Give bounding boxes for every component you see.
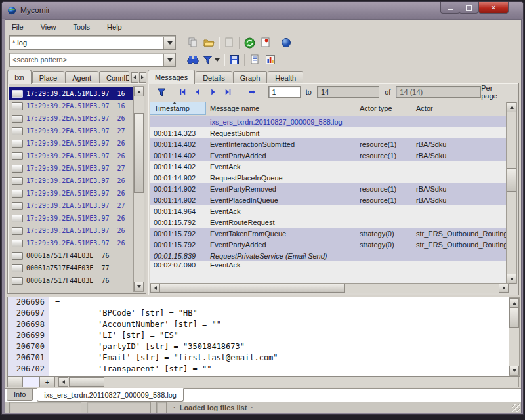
font-larger-button[interactable]: + [39, 377, 55, 387]
table-row-clipped[interactable]: 00:02:07.090EventAck [150, 261, 508, 267]
find-button[interactable] [185, 52, 201, 67]
page-from-field[interactable]: 1 [268, 86, 301, 98]
list-item[interactable]: 17:29:39.2EA.51ME3.97 27 [9, 125, 133, 137]
list-item[interactable]: 17:29:39.2EA.51ME3.97 26 [9, 237, 133, 249]
table-row[interactable]: 00:01:15.792EventPartyAddedstrategy(0)st… [150, 239, 508, 250]
table-row[interactable]: 00:01:14.964EventAck [150, 205, 508, 217]
search-pattern-combobox[interactable]: <search pattern> [9, 52, 176, 67]
menu-help[interactable]: Help [107, 23, 122, 31]
list-item[interactable]: 00061a7517F44E03E 77 [9, 262, 133, 274]
log-view-vscrollbar[interactable] [509, 297, 520, 376]
save-button[interactable] [226, 52, 242, 67]
next-page-button[interactable] [205, 85, 220, 99]
list-item[interactable]: 17:29:39.2EA.51ME3.97 26 [9, 112, 133, 125]
list-item[interactable]: 00061a7517F44E03E 76 [9, 249, 133, 262]
log-view-hscrollbar[interactable] [58, 377, 519, 387]
tab-details[interactable]: Details [196, 71, 232, 84]
open-folder-button[interactable] [201, 35, 217, 50]
list-item[interactable]: 00061a7517F44E03E 76 [9, 274, 133, 287]
scrollbar-thumb[interactable] [159, 284, 345, 293]
loaded-log-files-label[interactable]: Loaded log files list [180, 404, 247, 411]
menu-view[interactable]: View [41, 23, 56, 31]
scrollbar-thumb[interactable] [134, 113, 144, 193]
tab-scroll-right-button[interactable] [139, 72, 146, 83]
tab-place[interactable]: Place [32, 71, 65, 84]
list-item[interactable]: 17:29:39.2EA.51ME3.97 26 [9, 175, 133, 187]
close-file-button[interactable] [221, 35, 237, 50]
refresh-button[interactable] [242, 35, 257, 50]
splitter-box-button[interactable] [156, 402, 167, 413]
tab-info[interactable]: Info [7, 388, 33, 401]
table-row[interactable]: 00:01:14.402EventAck [150, 161, 508, 172]
scroll-left-button[interactable] [150, 284, 160, 293]
scroll-right-button[interactable] [499, 284, 509, 293]
scroll-up-button[interactable] [507, 102, 516, 112]
font-smaller-button[interactable]: - [7, 377, 23, 387]
table-row[interactable]: 00:01:14.902RequestPlaceInQueue [150, 172, 508, 183]
messages-vscrollbar[interactable] [506, 102, 517, 284]
list-item[interactable]: 17:29:39.2EA.51ME3.97 26 [9, 187, 133, 200]
resize-grip[interactable] [512, 404, 520, 412]
interaction-list-vscrollbar[interactable] [133, 86, 144, 292]
list-item[interactable]: 17:29:39.2EA.51ME3.97 16 [9, 87, 133, 100]
first-page-button[interactable] [175, 85, 190, 99]
list-item[interactable]: 17:29:39.2EA.51ME3.97 26 [9, 224, 133, 237]
globe-button[interactable] [278, 35, 294, 50]
last-page-button[interactable] [220, 85, 236, 99]
chevron-down-icon[interactable] [163, 37, 175, 49]
table-row[interactable]: 00:01:14.902EventPartyRemovedresource(1)… [150, 183, 508, 194]
menu-tools[interactable]: Tools [73, 23, 90, 31]
scroll-left-button[interactable] [58, 377, 68, 387]
tab-messages[interactable]: Messages [148, 70, 195, 84]
log-mask-combobox[interactable]: *.log [9, 35, 176, 50]
list-item[interactable]: 17:29:39.2EA.51ME3.97 16 [9, 100, 133, 112]
column-header-message-name[interactable]: Message name [206, 104, 356, 112]
tab-health[interactable]: Health [268, 71, 303, 84]
list-item[interactable]: 17:29:39.2EA.51ME3.97 27 [9, 162, 133, 175]
list-item[interactable]: 17:29:39.2EA.51ME3.97 26 [9, 150, 133, 162]
chevron-down-icon[interactable] [163, 54, 175, 66]
tab-connid[interactable]: ConnID [99, 71, 129, 84]
tab-graph[interactable]: Graph [233, 71, 268, 84]
report-button[interactable] [247, 52, 262, 67]
scroll-down-button[interactable] [509, 366, 519, 375]
minimize-button[interactable] [440, 2, 460, 14]
list-item[interactable]: 17:29:39.2EA.51ME3.97 27 [9, 200, 133, 212]
table-row[interactable]: 00:01:14.902EventPlacedInQueueresource(1… [150, 194, 508, 205]
filter-dropdown-button[interactable] [201, 52, 222, 67]
tab-agent[interactable]: Agent [65, 71, 98, 84]
column-header-actor[interactable]: Actor [412, 104, 508, 112]
tab-scroll-left-button[interactable] [131, 72, 138, 83]
table-row[interactable]: 00:01:15.792EventRouteRequest [150, 217, 508, 228]
messages-hscrollbar[interactable] [150, 283, 509, 293]
chart-button[interactable] [262, 52, 278, 67]
scrollbar-thumb[interactable] [69, 377, 104, 387]
scrollbar-thumb[interactable] [507, 168, 516, 192]
table-row[interactable]: 00:01:14.402EventPartyAddedresource(1)rB… [150, 150, 508, 161]
table-row[interactable]: 00:01:14.323RequestSubmit [150, 127, 508, 138]
scroll-up-button[interactable] [134, 87, 144, 96]
table-row[interactable]: 00:01:15.792EventTakenFromQueuestrategy(… [150, 228, 508, 239]
column-header-actor-type[interactable]: Actor type [356, 104, 412, 112]
maximize-button[interactable] [459, 2, 478, 14]
tab-log-file[interactable]: ixs_ers_txrdn.20110827_000009_588.log [37, 388, 184, 402]
menu-file[interactable]: File [12, 23, 24, 31]
goto-page-button[interactable] [244, 85, 259, 99]
scrollbar-thumb[interactable] [509, 307, 519, 328]
previous-page-button[interactable] [190, 85, 205, 99]
table-row[interactable]: 00:01:15.839RequestPrivateService (Email… [150, 250, 508, 261]
record-log-button[interactable] [257, 35, 273, 50]
table-row-group[interactable]: ixs_ers_txrdn.20110827_000009_588.log [150, 116, 508, 127]
tab-ixn[interactable]: Ixn [7, 70, 32, 84]
log-text-view[interactable]: 206696= 206697 'BPCode' [str] = "HB" 206… [7, 297, 520, 377]
scroll-up-button[interactable] [509, 298, 519, 308]
table-row[interactable]: 00:01:14.402EventInteractionSubmittedres… [150, 138, 508, 150]
list-item[interactable]: 17:29:39.2EA.51ME3.97 26 [9, 212, 133, 224]
title-bar[interactable]: Mycomir ✕ [2, 2, 523, 19]
copy-files-button[interactable] [185, 35, 201, 50]
column-header-timestamp[interactable]: Timestamp [150, 102, 206, 115]
close-button[interactable]: ✕ [478, 2, 509, 14]
scroll-down-button[interactable] [134, 282, 144, 291]
page-to-field[interactable]: 14 [317, 86, 379, 98]
list-item[interactable]: 17:29:39.2EA.51ME3.97 26 [9, 137, 133, 150]
